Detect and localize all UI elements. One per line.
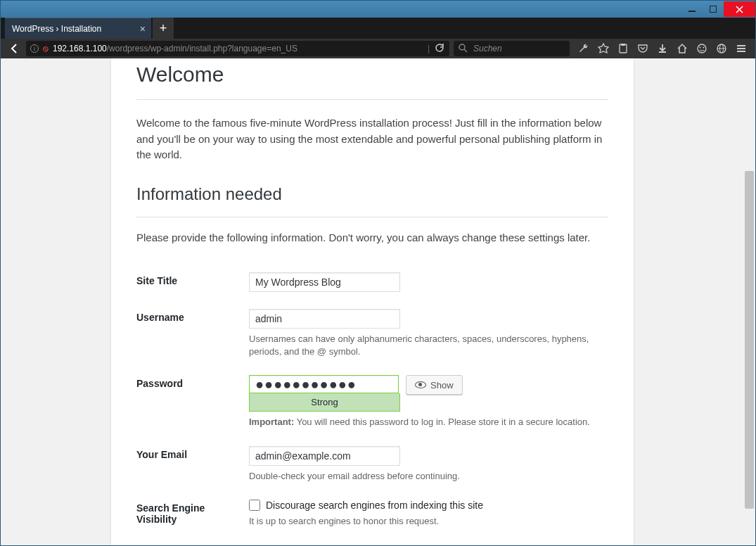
password-notice: Important: You will need this password t…: [249, 416, 608, 428]
email-label: Your Email: [136, 439, 249, 493]
email-input[interactable]: [249, 446, 400, 466]
url-text: 192.168.1.100/wordpress/wp-admin/install…: [53, 44, 423, 53]
new-tab-button[interactable]: +: [153, 18, 174, 39]
url-bar[interactable]: i ⦸ 192.168.1.100/wordpress/wp-admin/ins…: [26, 41, 449, 56]
svg-point-7: [703, 47, 705, 49]
reload-button[interactable]: [434, 42, 445, 56]
sev-checkbox-row[interactable]: Discourage search engines from indexing …: [249, 500, 608, 511]
site-title-label: Site Title: [136, 265, 249, 302]
eye-icon: [415, 381, 426, 388]
install-form: Site Title Username Usernames can have o…: [136, 265, 608, 538]
svg-point-5: [698, 44, 706, 53]
search-placeholder: Suchen: [473, 44, 502, 53]
heading-welcome: Welcome: [136, 58, 608, 87]
search-bar[interactable]: Suchen: [454, 41, 570, 56]
divider: [136, 217, 608, 217]
close-window-button[interactable]: [724, 1, 755, 17]
sev-description: It is up to search engines to honor this…: [249, 515, 608, 528]
heading-info: Information needed: [136, 184, 608, 204]
search-engine-visibility-label: Search Engine Visibility: [136, 493, 249, 538]
back-button[interactable]: [5, 40, 25, 57]
svg-point-2: [459, 44, 465, 50]
divider: [136, 99, 608, 100]
username-label: Username: [136, 302, 249, 368]
site-title-input[interactable]: [249, 272, 400, 292]
info-icon[interactable]: i: [30, 44, 39, 53]
svg-rect-0: [688, 11, 696, 12]
close-tab-icon[interactable]: ×: [140, 23, 146, 34]
pocket-icon[interactable]: [633, 40, 653, 57]
svg-rect-1: [710, 6, 717, 13]
info-text: Please provide the following information…: [136, 230, 608, 246]
tab-strip: WordPress › Installation × +: [1, 18, 755, 39]
window-titlebar: [1, 1, 755, 18]
page-content[interactable]: Welcome Welcome to the famous five-minut…: [4, 58, 741, 546]
email-description: Double-check your email address before c…: [249, 470, 608, 483]
noscript-icon[interactable]: ⦸: [43, 44, 49, 53]
download-icon[interactable]: [653, 40, 672, 57]
bookmark-star-icon[interactable]: [594, 40, 613, 57]
username-input[interactable]: [249, 309, 400, 329]
browser-tab-active[interactable]: WordPress › Installation ×: [5, 18, 151, 39]
wrench-icon[interactable]: [574, 40, 594, 57]
password-strength-meter: Strong: [249, 393, 400, 412]
globe-icon[interactable]: [712, 40, 731, 57]
show-password-button[interactable]: Show: [406, 375, 463, 395]
maximize-button[interactable]: [703, 1, 724, 17]
search-icon: [458, 43, 469, 54]
browser-toolbar: i ⦸ 192.168.1.100/wordpress/wp-admin/ins…: [1, 39, 755, 58]
home-icon[interactable]: [672, 40, 692, 57]
tab-title: WordPress › Installation: [12, 24, 101, 34]
browser-viewport: Welcome Welcome to the famous five-minut…: [1, 58, 755, 546]
welcome-text: Welcome to the famous five-minute WordPr…: [136, 115, 608, 163]
username-description: Usernames can have only alphanumeric cha…: [249, 333, 608, 358]
svg-rect-4: [621, 44, 625, 46]
password-input[interactable]: [249, 375, 399, 393]
smiley-icon[interactable]: [692, 40, 712, 57]
sev-checkbox[interactable]: [249, 500, 260, 511]
minimize-button[interactable]: [681, 1, 703, 17]
svg-point-6: [700, 47, 701, 49]
sev-checkbox-label: Discourage search engines from indexing …: [266, 500, 483, 511]
scrollbar-thumb[interactable]: [745, 171, 754, 509]
hamburger-menu-icon[interactable]: [731, 40, 751, 57]
password-label: Password: [136, 368, 249, 438]
clipboard-icon[interactable]: [613, 40, 633, 57]
vertical-scrollbar[interactable]: [743, 58, 755, 546]
